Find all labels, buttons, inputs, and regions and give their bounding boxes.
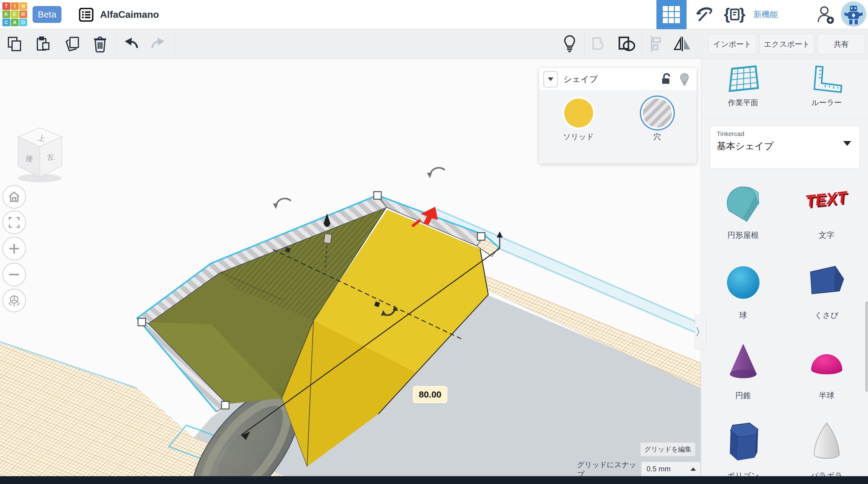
solid-label: ソリッド <box>563 132 594 142</box>
logo-tile: C <box>2 19 10 26</box>
undo-icon[interactable] <box>122 34 141 54</box>
logo-tile: A <box>11 19 19 26</box>
toolbar-separator <box>642 31 642 57</box>
chevron-down-icon <box>843 141 851 146</box>
shape-item-paraboloid[interactable]: パラボラ <box>785 417 868 484</box>
whats-new-link[interactable]: 新機能 <box>753 0 778 29</box>
shape-item-polygon[interactable]: ポリゴン <box>701 417 785 484</box>
delete-icon[interactable] <box>90 34 110 54</box>
zoom-out-button[interactable] <box>2 263 26 286</box>
unlock-icon[interactable] <box>661 73 672 86</box>
copy-icon[interactable] <box>5 34 25 54</box>
shape-item-cone[interactable]: 円錐 <box>701 337 785 416</box>
import-button[interactable]: インポート <box>708 34 756 54</box>
app-header: T I N K E R C A D Beta AlfaCaimano {} 新機… <box>0 0 868 29</box>
align-icon[interactable] <box>647 34 666 54</box>
shape-label: 球 <box>739 310 747 321</box>
chevron-up-icon <box>690 467 696 471</box>
shape-item-hemisphere[interactable]: 半球 <box>785 337 868 416</box>
main-toolbar: インポート エクスポート 共有 <box>0 29 868 59</box>
svg-text:}: } <box>739 5 745 23</box>
logo-tile: T <box>2 2 10 10</box>
zoom-in-button[interactable] <box>2 237 26 261</box>
hole-swatch[interactable] <box>643 98 672 127</box>
redo-icon[interactable] <box>148 34 167 54</box>
shape-item-round-roof[interactable]: 円形屋根 <box>701 177 785 255</box>
logo-tile: N <box>19 2 27 10</box>
shape-inspector-panel: シェイプ ソリッド 穴 <box>539 68 696 163</box>
shape-label: 円錐 <box>735 390 751 401</box>
mirror-icon[interactable] <box>673 34 692 54</box>
solid-color-swatch[interactable] <box>564 98 593 127</box>
fit-view-button[interactable] <box>2 211 26 234</box>
share-button[interactable]: 共有 <box>817 34 865 54</box>
avatar[interactable] <box>841 1 866 27</box>
export-button[interactable]: エクスポート <box>760 34 814 54</box>
logo-tile: E <box>11 10 19 18</box>
solid-option[interactable]: ソリッド <box>549 98 609 163</box>
snap-value-dropdown[interactable]: 0.5 mm <box>641 462 701 476</box>
workplane-handle[interactable] <box>324 234 332 244</box>
lightbulb-visibility-icon[interactable] <box>680 73 689 86</box>
shape-library-sidebar: 作業平面 ルーラー Tinkercad 基本シェイプ 円形屋根 <box>701 59 868 484</box>
shape-label: 文字 <box>819 230 835 241</box>
logo-tile: I <box>11 2 19 10</box>
shape-item-text[interactable]: TEXT TEXT 文字 <box>785 177 868 255</box>
logo-tile: K <box>2 10 10 18</box>
sidebar-collapse-button[interactable]: 〉 <box>695 315 706 349</box>
logo-tile: D <box>19 19 27 26</box>
group-icon[interactable] <box>590 34 609 54</box>
beta-badge[interactable]: Beta <box>33 6 61 23</box>
library-brand: Tinkercad <box>717 130 853 138</box>
paste-icon[interactable] <box>34 34 53 54</box>
toolbar-separator <box>175 31 175 57</box>
home-view-button[interactable] <box>2 185 26 209</box>
logo-tile: R <box>19 10 27 18</box>
ruler-label: ルーラー <box>811 98 842 108</box>
workplane-label: 作業平面 <box>728 98 758 108</box>
workplane-tool[interactable]: 作業平面 <box>713 64 773 119</box>
edit-grid-button[interactable]: グリッドを編集 <box>641 443 695 456</box>
snap-value: 0.5 mm <box>647 465 671 473</box>
hole-label: 穴 <box>653 132 661 142</box>
design-title: AlfaCaimano <box>100 8 159 21</box>
dimension-value-label[interactable]: 80.00 <box>413 386 447 403</box>
shape-label: 半球 <box>819 390 835 401</box>
shape-item-sphere[interactable]: 球 <box>701 257 785 335</box>
shape-item-wedge[interactable]: くさび <box>785 257 868 335</box>
ruler-tool[interactable]: ルーラー <box>797 64 857 119</box>
shape-label: 円形屋根 <box>727 230 759 241</box>
add-user-icon[interactable] <box>810 0 840 29</box>
minecraft-pickaxe-icon[interactable] <box>689 0 719 29</box>
toolbar-separator <box>584 31 584 57</box>
panel-collapse-dropdown[interactable] <box>544 71 558 87</box>
codeblocks-icon[interactable]: {} <box>720 0 750 29</box>
sidebar-scrollbar[interactable] <box>865 301 868 392</box>
duplicate-icon[interactable] <box>62 34 82 54</box>
shape-label: くさび <box>815 310 839 321</box>
library-name: 基本シェイプ <box>717 140 853 152</box>
hole-option[interactable]: 穴 <box>627 98 687 163</box>
design-menu-icon[interactable] <box>79 8 93 22</box>
show-all-lightbulb-icon[interactable] <box>560 34 579 54</box>
bottom-notification-bar <box>0 476 868 484</box>
snap-to-grid-label: グリッドにスナップ <box>577 463 639 476</box>
perspective-toggle-button[interactable] <box>2 289 26 312</box>
dashboard-grid-button[interactable] <box>656 0 687 29</box>
svg-text:{: { <box>724 5 730 23</box>
toolbar-separator <box>116 31 116 57</box>
ungroup-icon[interactable] <box>617 34 637 54</box>
shape-library-dropdown[interactable]: Tinkercad 基本シェイプ <box>710 126 860 169</box>
shape-panel-title: シェイプ <box>563 73 598 85</box>
tinkercad-logo[interactable]: T I N K E R C A D <box>2 2 28 27</box>
